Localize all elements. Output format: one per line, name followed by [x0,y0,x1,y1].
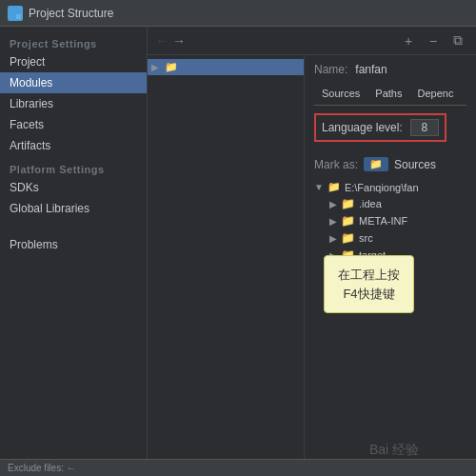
lang-level-value: 8 [410,119,439,136]
tree-metainf-folder-icon: 📁 [341,214,355,228]
tree-item-root[interactable]: ▶ 📁 [148,59,304,75]
tree-src-folder-icon: 📁 [341,231,355,245]
lang-level-container: Language level: 8 [314,113,466,149]
content-area: ← → + − ⧉ ▶ 📁 在工程上按 F4快 [148,27,476,476]
settings-tabs: Sources Paths Depenc [314,84,466,106]
lang-level-label: Language level: [322,121,403,134]
name-value: fanfan [355,63,387,76]
remove-button[interactable]: − [423,30,444,51]
tree-root-folder-icon: 📁 [327,181,341,193]
tree-metainf-label: META-INF [359,215,407,227]
bottom-bar: Exclude files: ← [0,459,476,476]
folder-icon: 📁 [165,61,178,73]
mark-as-row: Mark as: 📁 Sources [314,157,466,171]
tree-src-arrow-icon: ▶ [329,233,337,244]
sidebar-item-problems[interactable]: Problems [0,234,147,255]
project-settings-header: Project Settings [0,30,147,51]
tab-paths[interactable]: Paths [367,84,409,105]
tree-idea-label: .idea [359,198,382,209]
lang-level-row: Language level: 8 [314,113,446,142]
mark-as-label: Mark as: [314,158,358,171]
svg-rect-3 [16,14,21,19]
add-button[interactable]: + [398,30,419,51]
svg-rect-0 [10,8,14,12]
mark-as-icon: 📁 [364,157,388,171]
watermark: Bai 经验 [369,442,419,459]
tree-root-item[interactable]: ▼ 📁 E:\Fanqiong\fan [314,179,466,195]
main-container: Project Settings Project Modules Librari… [0,27,476,476]
window-title: Project Structure [29,7,113,20]
sidebar-item-libraries[interactable]: Libraries [0,93,147,114]
expand-arrow-icon: ▶ [151,62,163,72]
tree-metainf-item[interactable]: ▶ 📁 META-INF [314,212,466,229]
title-bar: Project Structure [0,0,476,27]
copy-button[interactable]: ⧉ [447,30,468,51]
svg-rect-2 [10,14,14,19]
sidebar-item-global-libraries[interactable]: Global Libraries [0,198,147,219]
sidebar-item-modules[interactable]: Modules [0,72,147,93]
tooltip-line1: 在工程上按 [338,266,400,285]
tooltip-line2: F4快捷键 [338,285,400,304]
sidebar-item-project[interactable]: Project [0,51,147,72]
settings-tree: ▼ 📁 E:\Fanqiong\fan ▶ 📁 .idea ▶ 📁 [314,179,466,264]
back-arrow-icon[interactable]: ← [155,33,169,49]
tree-idea-folder-icon: 📁 [341,197,355,210]
app-icon [8,6,23,21]
tab-dependencies[interactable]: Depenc [410,84,462,105]
sidebar-item-sdks[interactable]: SDKs [0,177,147,198]
tab-sources[interactable]: Sources [314,84,367,105]
tree-src-label: src [359,232,373,244]
tree-root-path: E:\Fanqiong\fan [345,182,419,193]
toolbar: ← → + − ⧉ [148,27,476,55]
tree-expand-icon: ▼ [314,182,324,192]
svg-rect-1 [16,8,21,12]
file-tree: ▶ 📁 [148,55,305,476]
content-body: ▶ 📁 在工程上按 F4快捷键 Name: fanfan [148,55,476,476]
sidebar-item-facets[interactable]: Facets [0,114,147,135]
name-label: Name: [314,63,347,76]
forward-arrow-icon[interactable]: → [172,33,186,49]
tree-idea-arrow-icon: ▶ [329,199,337,209]
tree-metainf-arrow-icon: ▶ [329,216,337,227]
sidebar-item-artifacts[interactable]: Artifacts [0,135,147,156]
bottom-bar-text: Exclude files: ← [8,463,76,473]
tooltip-popup: 在工程上按 F4快捷键 [324,255,414,313]
tree-idea-item[interactable]: ▶ 📁 .idea [314,195,466,212]
mark-as-value: Sources [394,158,436,171]
sidebar: Project Settings Project Modules Librari… [0,27,148,476]
name-row: Name: fanfan [314,63,466,76]
platform-settings-header: Platform Settings [0,156,147,177]
tree-src-item[interactable]: ▶ 📁 src [314,229,466,247]
